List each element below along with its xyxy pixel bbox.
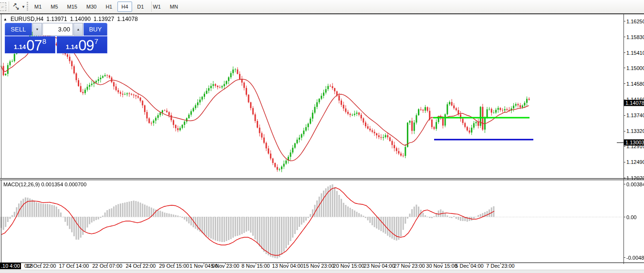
caret-down-icon: ▼	[36, 28, 39, 31]
price-axis-label: 1.12070	[626, 175, 644, 181]
time-axis-tick	[41, 263, 42, 264]
price-axis-tick	[623, 37, 625, 37]
price-axis-label: 1.15830	[626, 34, 644, 40]
chart-title: ▲ EURUSD,H4 1.13971 1.14090 1.13927 1.14…	[3, 16, 138, 22]
macd-chart-canvas[interactable]	[0, 180, 623, 263]
volume-increase-button[interactable]: ▲	[73, 23, 83, 36]
toolbar-grip[interactable]	[27, 2, 28, 11]
volume-input[interactable]: 3.00	[42, 23, 73, 36]
time-axis-tick	[141, 263, 141, 264]
buy-price-prefix: 1.14	[66, 43, 78, 51]
time-axis-tick	[349, 263, 349, 264]
tf-button-M30[interactable]: M30	[83, 1, 100, 12]
tf-button-M1[interactable]: M1	[31, 1, 45, 12]
panel-separator-bottom[interactable]	[0, 180, 644, 180]
caret-up-icon: ▲	[77, 28, 80, 31]
time-axis-tick	[174, 263, 175, 264]
diagonal-arrows-icon: ↗↘	[12, 2, 21, 11]
sell-button[interactable]: SELL	[5, 23, 32, 36]
time-axis-tick	[288, 263, 288, 264]
tf-button-MN[interactable]: MN	[166, 1, 182, 12]
low-value: 1.13927	[93, 16, 114, 22]
price-axis-label: 1.12490	[626, 159, 644, 165]
price-axis-label: 1.16250	[626, 19, 644, 24]
symbol-label: EURUSD,H4	[10, 16, 43, 22]
open-value: 1.13971	[46, 16, 67, 22]
macd-axis-tick	[623, 217, 625, 217]
buy-button[interactable]: BUY	[83, 23, 107, 36]
crosshair-time-tag: .10 4:00	[0, 263, 21, 269]
time-axis-tick	[469, 263, 470, 264]
toolbar: ⌐ ↗↘ ▼ M1M5M15M30H1H4D1W1MN	[0, 0, 644, 14]
macd-axis-tick	[623, 184, 625, 184]
tf-button-H1[interactable]: H1	[102, 1, 116, 12]
tf-button-M5[interactable]: M5	[47, 1, 62, 12]
sell-price-big: 07	[26, 39, 42, 52]
price-axis-tick	[623, 52, 625, 53]
tf-button-H4[interactable]: H4	[117, 1, 132, 12]
time-axis-tick	[256, 263, 256, 264]
dropdown-caret-icon[interactable]: ▼	[21, 2, 25, 11]
price-axis-tick	[623, 162, 625, 162]
price-axis-label: 1.13320	[626, 128, 644, 134]
one-click-trade-panel: SELL ▼ 3.00 ▲ BUY 1.14 07 8 1.14 09 7	[5, 23, 107, 53]
clipped-toolbar-icon[interactable]: ⌐	[0, 2, 6, 11]
buy-quote-box[interactable]: 1.14 09 7	[57, 36, 107, 53]
price-axis-tick	[623, 131, 625, 131]
toolbar-separator	[151, 1, 152, 12]
new-order-icon[interactable]: ↗↘	[12, 2, 21, 11]
time-axis-tick	[442, 263, 442, 264]
time-axis-tick	[107, 263, 108, 264]
buy-price-big: 09	[78, 39, 93, 52]
panel-separator-top[interactable]	[0, 178, 644, 179]
tf-button-D1[interactable]: D1	[134, 1, 148, 12]
macd-axis-label: 0.003847	[626, 182, 644, 187]
price-axis-tick	[623, 115, 625, 116]
price-axis-tick	[623, 178, 625, 178]
price-axis-label: 1.15410	[626, 50, 644, 56]
time-axis-tick	[319, 263, 319, 264]
toolbar-separator	[9, 1, 9, 12]
macd-axis-label: 0.00	[626, 214, 636, 220]
tf-button-M15[interactable]: M15	[63, 1, 81, 12]
up-arrow-icon: ▲	[3, 17, 7, 21]
time-axis-tick	[409, 263, 410, 264]
price-axis-label: 1.14580	[626, 81, 644, 87]
time-axis-tick	[500, 263, 501, 264]
buy-price-pip: 7	[94, 37, 98, 45]
clipped-toolbar-icon-box: ⌐	[0, 2, 6, 11]
price-axis-tick	[623, 83, 625, 84]
macd-indicator-label: MACD(12,26,9) 0.001354 0.000700	[3, 182, 86, 187]
timeframe-group: M1M5M15M30H1H4D1W1MN	[31, 1, 182, 12]
time-axis-tick	[225, 263, 226, 264]
bottom-strip	[0, 270, 644, 273]
price-axis-tick	[623, 146, 625, 147]
macd-axis-label: -0.004856	[626, 255, 644, 261]
price-tag: 1.13003	[624, 140, 644, 146]
close-value: 1.14078	[117, 16, 137, 22]
macd-axis-tick	[623, 257, 625, 258]
price-tag: 1.14078	[624, 100, 644, 106]
volume-decrease-button[interactable]: ▼	[32, 23, 42, 36]
price-axis-tick	[623, 68, 625, 68]
time-axis-tick	[379, 263, 380, 264]
high-value: 1.14090	[70, 16, 91, 22]
price-axis-label: 1.13740	[626, 112, 644, 118]
sell-quote-box[interactable]: 1.14 07 8	[5, 36, 55, 53]
time-axis-tick	[204, 263, 204, 264]
time-axis-tick	[74, 263, 74, 264]
sell-price-prefix: 1.14	[14, 43, 26, 51]
price-axis-tick	[623, 21, 625, 21]
sell-price-pip: 8	[42, 37, 46, 45]
crosshair-price-dash	[617, 142, 623, 143]
price-axis-label: 1.15000	[626, 65, 644, 71]
trading-terminal: ⌐ ↗↘ ▼ M1M5M15M30H1H4D1W1MN ▲ EURUSD,H4 …	[0, 0, 644, 273]
